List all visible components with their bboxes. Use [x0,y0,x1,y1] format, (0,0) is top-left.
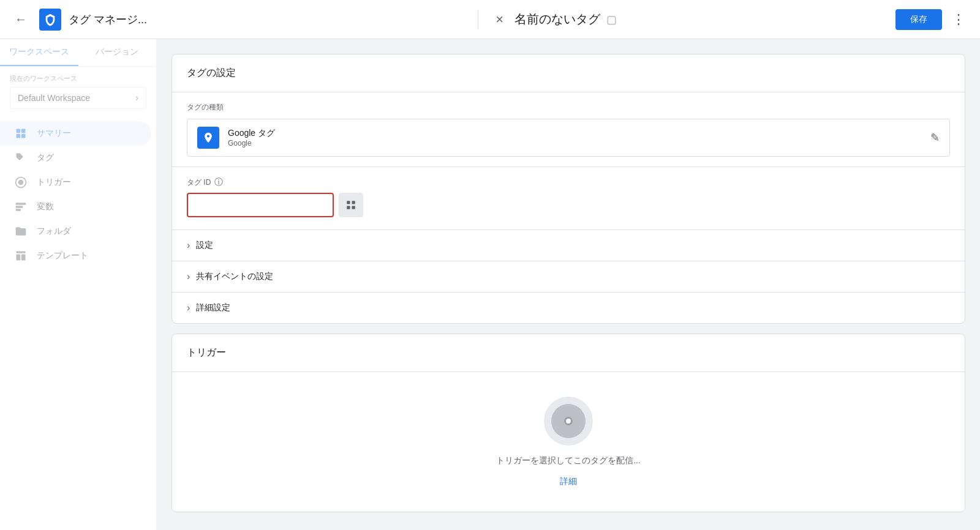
save-button[interactable]: 保存 [895,9,943,30]
folders-label: フォルダ [37,226,71,237]
header-divider [478,10,478,29]
tag-type-name: Google タグ [228,128,922,139]
nav-items: サマリー タグ トリガー 変数 [0,116,156,273]
main-layout: ワークスペース バージョン 現在のワークスペース Default Workspa… [0,39,980,530]
advanced-label: 詳細設定 [196,302,230,313]
variables-label: 変数 [37,201,54,212]
tag-config-card: タグの設定 タグの種類 Google タグ Google ✎ [172,54,965,324]
sidebar-item-tags[interactable]: タグ [0,146,151,170]
tag-name-area: × 名前のないタグ ▢ [491,8,888,31]
tag-type-sub: Google [228,139,922,147]
gtm-logo [39,9,61,31]
trigger-detail-link[interactable]: 詳細 [560,476,577,487]
tag-type-row[interactable]: Google タグ Google ✎ [187,119,950,157]
more-options-button[interactable]: ⋮ [947,7,970,32]
tag-title: 名前のないタグ [514,11,600,28]
svg-rect-6 [16,203,26,204]
trigger-empty-state: トリガーを選択してこのタグを配信... 詳細 [172,372,965,512]
top-header: ← タグ マネージ... × 名前のないタグ ▢ 保存 ⋮ [0,0,980,39]
sidebar-item-templates[interactable]: テンプレート [0,244,151,268]
tags-label: タグ [37,152,54,163]
svg-rect-11 [21,255,26,261]
card-header-section: タグの設定 [172,54,965,92]
folder-nav-icon [15,225,27,237]
tag-id-label: タグ ID ⓘ [187,177,950,188]
sidebar-item-variables[interactable]: 変数 [0,195,151,219]
svg-rect-10 [17,255,21,261]
workspace-section: 現在のワークスペース Default Workspace › [0,67,156,116]
svg-rect-15 [352,206,355,209]
svg-rect-9 [17,252,26,253]
folder-icon: ▢ [606,13,617,26]
trigger-circle-inner [551,404,586,438]
tag-config-title: タグの設定 [187,67,950,80]
tag-id-input-row [187,193,950,217]
sidebar-item-summary[interactable]: サマリー [0,121,151,146]
variable-icon [15,201,27,213]
tag-id-text: タグ ID [187,177,211,188]
close-button[interactable]: × [491,8,508,31]
sidebar: ワークスペース バージョン 現在のワークスペース Default Workspa… [0,39,157,530]
svg-point-5 [18,180,23,185]
trigger-empty-text: トリガーを選択してこのタグを配信... [496,455,641,466]
workspace-selector[interactable]: Default Workspace › [10,87,146,109]
svg-rect-0 [17,129,21,133]
sidebar-item-triggers[interactable]: トリガー [0,170,151,195]
templates-label: テンプレート [37,250,88,261]
advanced-expand-row[interactable]: › 詳細設定 [172,292,965,323]
svg-rect-3 [21,134,26,138]
tag-type-section: タグの種類 Google タグ Google ✎ [172,92,965,167]
shared-events-expand-row[interactable]: › 共有イベントの設定 [172,261,965,292]
help-icon[interactable]: ⓘ [214,177,223,188]
back-button[interactable]: ← [10,7,32,31]
header-actions: 保存 ⋮ [895,7,971,32]
app-title: タグ マネージ... [69,12,466,27]
tag-id-section: タグ ID ⓘ [172,167,965,230]
chevron-right-icon: › [135,92,138,103]
trigger-section-title: トリガー [172,334,965,372]
shared-events-label: 共有イベントの設定 [196,271,273,282]
sidebar-item-folders[interactable]: フォルダ [0,219,151,244]
edit-icon[interactable]: ✎ [930,131,940,144]
settings-expand-row[interactable]: › 設定 [172,230,965,261]
svg-rect-7 [16,206,23,207]
svg-rect-13 [352,201,355,204]
svg-rect-2 [17,134,21,138]
trigger-card: トリガー トリガーを選択してこのタグを配信... 詳細 [172,334,965,512]
svg-rect-8 [16,209,21,211]
workspace-label: 現在のワークスペース [10,74,146,83]
advanced-chevron-icon: › [187,302,190,313]
triggers-label: トリガー [37,177,71,188]
svg-rect-1 [21,129,26,133]
summary-label: サマリー [37,128,71,139]
tag-id-input[interactable] [187,193,334,217]
tag-type-label: タグの種類 [187,102,950,113]
summary-icon [15,127,27,140]
settings-label: 設定 [196,240,213,251]
template-icon [15,250,27,262]
variable-picker-button[interactable] [339,193,363,217]
trigger-icon [15,176,27,188]
content-area: タグの設定 タグの種類 Google タグ Google ✎ [157,39,980,530]
settings-chevron-icon: › [187,240,190,251]
tag-type-info: Google タグ Google [228,128,922,147]
tab-workspace[interactable]: ワークスペース [0,39,78,66]
tab-version[interactable]: バージョン [78,39,157,66]
workspace-name: Default Workspace [18,93,90,103]
svg-rect-12 [347,201,350,204]
sidebar-tabs: ワークスペース バージョン [0,39,156,67]
trigger-empty-icon [544,397,593,446]
svg-rect-14 [347,206,350,209]
tag-icon [15,152,27,164]
trigger-dot [564,417,573,425]
shared-events-chevron-icon: › [187,271,190,282]
google-tag-icon [197,127,219,149]
